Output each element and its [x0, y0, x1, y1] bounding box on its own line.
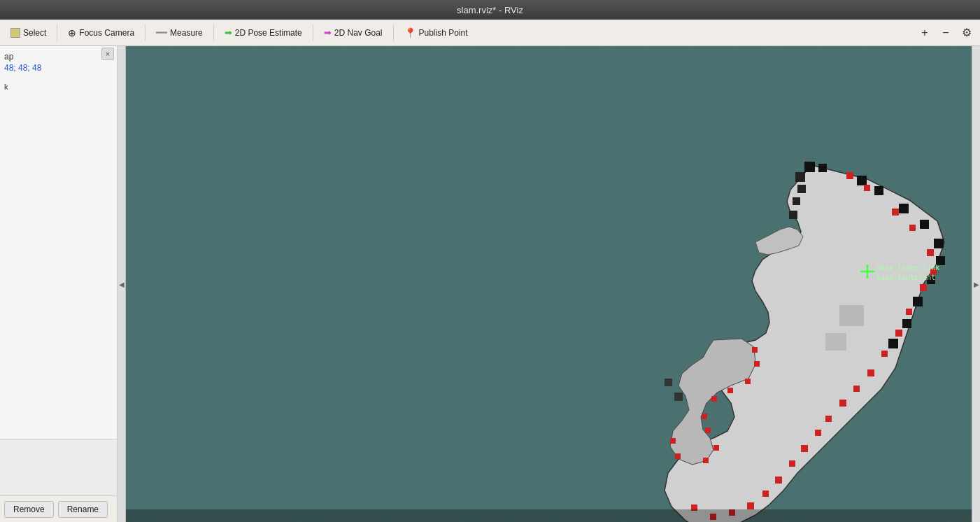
3d-viewport[interactable]: base_laser_link base_footprint [126, 46, 972, 522]
pose-estimate-label: 2D Pose Estimate [235, 28, 302, 38]
publish-point-label: Publish Point [419, 28, 468, 38]
sidebar-bottom-panel [0, 439, 117, 495]
close-icon: × [106, 50, 110, 58]
rename-button[interactable]: Rename [58, 501, 108, 518]
grid-canvas [126, 46, 972, 522]
nav-goal-button[interactable]: ➡ 2D Nav Goal [318, 24, 389, 41]
measure-label: Measure [170, 28, 203, 38]
toolbar-right: + − ⚙ [916, 24, 976, 42]
main-content: × ap 48; 48; 48 k Remove Rename ◀ [0, 46, 980, 522]
nav-goal-label: 2D Nav Goal [334, 28, 383, 38]
sep2 [145, 24, 145, 41]
pose-estimate-button[interactable]: ➡ 2D Pose Estimate [218, 24, 308, 41]
pose-estimate-icon: ➡ [225, 27, 232, 38]
zoom-out-icon: − [942, 27, 949, 39]
collapse-right-icon: ▶ [974, 281, 979, 288]
sidebar-buttons: Remove Rename [0, 495, 117, 522]
measure-icon: ━━ [156, 27, 167, 38]
select-label: Select [23, 28, 46, 38]
titlebar: slam.rviz* - RViz [0, 0, 980, 20]
zoom-in-button[interactable]: + [916, 24, 934, 42]
focus-camera-label: Focus Camera [79, 28, 134, 38]
sep1 [57, 24, 57, 41]
zoom-in-icon: + [921, 27, 928, 39]
toolbar: Select ⊕ Focus Camera ━━ Measure ➡ 2D Po… [0, 20, 980, 46]
publish-point-icon: 📍 [404, 27, 416, 38]
sep4 [313, 24, 313, 41]
collapse-left-icon: ◀ [119, 281, 125, 288]
statusbar [126, 509, 972, 522]
zoom-out-button[interactable]: − [937, 24, 955, 42]
settings-button[interactable]: ⚙ [958, 24, 976, 42]
sidebar-close-button[interactable]: × [101, 48, 114, 60]
focus-camera-button[interactable]: ⊕ Focus Camera [62, 24, 141, 41]
select-icon [10, 28, 20, 38]
sep3 [213, 24, 214, 41]
select-button[interactable]: Select [4, 25, 52, 41]
publish-point-button[interactable]: 📍 Publish Point [398, 24, 474, 41]
window-title: slam.rviz* - RViz [457, 5, 523, 15]
measure-button[interactable]: ━━ Measure [150, 24, 209, 41]
focus-camera-icon: ⊕ [68, 27, 76, 38]
remove-button[interactable]: Remove [4, 501, 54, 518]
right-collapse-handle[interactable]: ▶ [972, 46, 980, 522]
sidebar-item-ap: ap [4, 52, 113, 62]
sidebar-item-k: k [4, 83, 113, 91]
settings-icon: ⚙ [962, 26, 972, 39]
sidebar-content: ap 48; 48; 48 k [0, 46, 117, 439]
sidebar-item-coords: 48; 48; 48 [4, 63, 113, 73]
sep5 [393, 24, 394, 41]
sidebar: × ap 48; 48; 48 k Remove Rename [0, 46, 118, 522]
nav-goal-icon: ➡ [324, 27, 332, 38]
left-collapse-handle[interactable]: ◀ [118, 46, 126, 522]
